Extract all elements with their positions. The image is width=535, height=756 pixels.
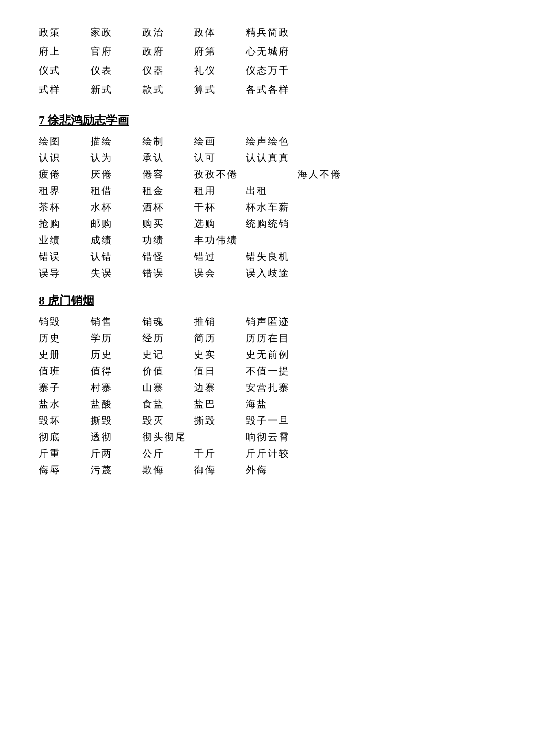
word-cell: 安营扎寨 bbox=[246, 381, 343, 394]
word-cell: 租界 bbox=[39, 184, 91, 198]
word-cell: 承认 bbox=[142, 151, 194, 165]
word-cell: 误导 bbox=[39, 267, 91, 280]
section7-row2: 认识 认为 承认 认可 认认真真 bbox=[39, 151, 496, 165]
word-cell: 心无城府 bbox=[246, 45, 343, 58]
word-cell: 失误 bbox=[91, 267, 142, 280]
word-cell: 斤重 bbox=[39, 447, 91, 460]
word-cell: 不值一提 bbox=[246, 364, 343, 378]
word-cell: 史无前例 bbox=[246, 348, 343, 361]
word-cell: 值班 bbox=[39, 364, 91, 378]
word-cell: 透彻 bbox=[91, 431, 142, 444]
section8-row9: 斤重 斤两 公斤 千斤 斤斤计较 bbox=[39, 447, 496, 460]
word-cell: 历史 bbox=[91, 348, 142, 361]
word-cell: 租用 bbox=[194, 184, 246, 198]
word-cell: 租金 bbox=[142, 184, 194, 198]
word-cell: 错误 bbox=[142, 267, 194, 280]
word-cell: 式样 bbox=[39, 83, 91, 96]
word-cell: 错过 bbox=[194, 250, 246, 263]
section7-row8: 错误 认错 错怪 错过 错失良机 bbox=[39, 250, 496, 263]
word-cell: 业绩 bbox=[39, 234, 91, 247]
word-cell: 历史 bbox=[39, 332, 91, 345]
top-word-grid: 政策 家政 政治 政体 精兵简政 府上 官府 政府 府第 心无城府 仪式 仪表 … bbox=[39, 26, 496, 96]
section7-row6: 抢购 邮购 购买 选购 统购统销 bbox=[39, 217, 496, 230]
word-cell: 各式各样 bbox=[246, 83, 343, 96]
word-cell: 政体 bbox=[194, 26, 246, 39]
word-cell: 府上 bbox=[39, 45, 91, 58]
word-cell: 值日 bbox=[194, 364, 246, 378]
word-cell: 斤两 bbox=[91, 447, 142, 460]
word-cell: 推销 bbox=[194, 315, 246, 328]
word-cell: 算式 bbox=[194, 83, 246, 96]
word-cell bbox=[226, 431, 246, 444]
word-cell: 错失良机 bbox=[246, 250, 343, 263]
word-cell: 倦容 bbox=[142, 168, 194, 181]
word-cell: 史记 bbox=[142, 348, 194, 361]
word-cell: 水杯 bbox=[91, 201, 142, 214]
word-cell: 值得 bbox=[91, 364, 142, 378]
word-cell: 精兵简政 bbox=[246, 26, 343, 39]
word-cell: 村寨 bbox=[91, 381, 142, 394]
word-cell: 销魂 bbox=[142, 315, 194, 328]
word-cell: 礼仪 bbox=[194, 64, 246, 77]
word-cell: 邮购 bbox=[91, 217, 142, 230]
word-cell bbox=[278, 168, 297, 181]
word-cell: 认可 bbox=[194, 151, 246, 165]
word-cell: 绘声绘色 bbox=[246, 135, 343, 148]
section7-row4: 租界 租借 租金 租用 出租 bbox=[39, 184, 496, 198]
section8-row6: 盐水 盐酸 食盐 盐巴 海盐 bbox=[39, 397, 496, 411]
word-cell: 绘图 bbox=[39, 135, 91, 148]
word-cell bbox=[246, 234, 343, 247]
word-cell: 食盐 bbox=[142, 397, 194, 411]
word-cell: 毁坏 bbox=[39, 414, 91, 427]
section8-row10: 侮辱 污蔑 欺侮 御侮 外侮 bbox=[39, 464, 496, 477]
word-cell: 丰功伟绩 bbox=[194, 234, 246, 247]
word-cell: 污蔑 bbox=[91, 464, 142, 477]
section8-row1: 销毁 销售 销魂 推销 销声匿迹 bbox=[39, 315, 496, 328]
word-cell: 侮辱 bbox=[39, 464, 91, 477]
word-cell: 府第 bbox=[194, 45, 246, 58]
word-cell: 简历 bbox=[194, 332, 246, 345]
word-cell: 彻底 bbox=[39, 431, 91, 444]
word-cell: 价值 bbox=[142, 364, 194, 378]
word-cell: 斤斤计较 bbox=[246, 447, 343, 460]
word-cell: 盐巴 bbox=[194, 397, 246, 411]
word-cell: 欺侮 bbox=[142, 464, 194, 477]
word-cell: 误会 bbox=[194, 267, 246, 280]
section8-row5: 寨子 村寨 山寨 边寨 安营扎寨 bbox=[39, 381, 496, 394]
word-cell: 抢购 bbox=[39, 217, 91, 230]
section8-row4: 值班 值得 价值 值日 不值一提 bbox=[39, 364, 496, 378]
word-cell: 干杯 bbox=[194, 201, 246, 214]
word-cell: 描绘 bbox=[91, 135, 142, 148]
word-cell: 毁灭 bbox=[142, 414, 194, 427]
word-cell: 史册 bbox=[39, 348, 91, 361]
word-cell: 认错 bbox=[91, 250, 142, 263]
word-cell: 酒杯 bbox=[142, 201, 194, 214]
word-cell: 山寨 bbox=[142, 381, 194, 394]
section-7: 7 徐悲鸿励志学画 绘图 描绘 绘制 绘画 绘声绘色 认识 认为 承认 认可 认… bbox=[39, 113, 496, 280]
word-cell: 租借 bbox=[91, 184, 142, 198]
word-cell: 毁子一旦 bbox=[246, 414, 343, 427]
word-cell: 千斤 bbox=[194, 447, 246, 460]
section8-row3: 史册 历史 史记 史实 史无前例 bbox=[39, 348, 496, 361]
word-cell: 销毁 bbox=[39, 315, 91, 328]
word-cell: 仪式 bbox=[39, 64, 91, 77]
word-cell: 撕毁 bbox=[194, 414, 246, 427]
word-cell: 家政 bbox=[91, 26, 142, 39]
word-cell: 仪态万千 bbox=[246, 64, 343, 77]
section-8: 8 虎门销烟 销毁 销售 销魂 推销 销声匿迹 历史 学历 经历 简历 历历在目… bbox=[39, 293, 496, 477]
word-cell: 孜孜不倦 bbox=[194, 168, 278, 181]
word-cell: 绘画 bbox=[194, 135, 246, 148]
word-cell: 御侮 bbox=[194, 464, 246, 477]
word-cell: 功绩 bbox=[142, 234, 194, 247]
word-cell: 仪器 bbox=[142, 64, 194, 77]
word-cell: 外侮 bbox=[246, 464, 343, 477]
word-cell: 杯水车薪 bbox=[246, 201, 343, 214]
word-cell: 经历 bbox=[142, 332, 194, 345]
section7-row5: 茶杯 水杯 酒杯 干杯 杯水车薪 bbox=[39, 201, 496, 214]
word-cell: 茶杯 bbox=[39, 201, 91, 214]
word-cell: 款式 bbox=[142, 83, 194, 96]
word-cell: 撕毁 bbox=[91, 414, 142, 427]
word-cell: 认为 bbox=[91, 151, 142, 165]
word-cell: 误入歧途 bbox=[246, 267, 343, 280]
word-cell: 寨子 bbox=[39, 381, 91, 394]
